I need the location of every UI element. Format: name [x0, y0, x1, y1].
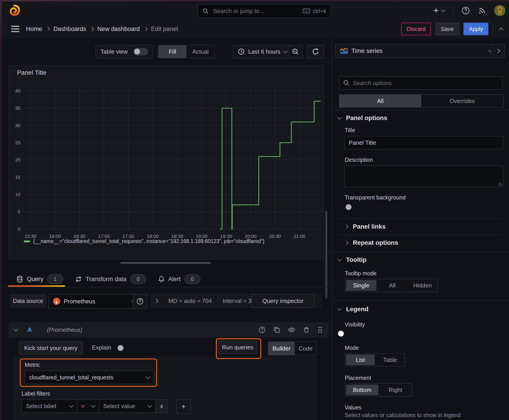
search-options-input[interactable] [339, 76, 503, 90]
tab-transform[interactable]: Transform data 0 [75, 274, 146, 284]
placement-bottom-option[interactable]: Bottom [346, 384, 378, 395]
save-button[interactable]: Save [435, 23, 459, 35]
metric-select[interactable]: cloudflared_tunnel_total_requests [25, 371, 154, 384]
grafana-logo[interactable] [8, 4, 21, 17]
tooltip-all-option[interactable]: All [377, 279, 408, 292]
svg-text:10: 10 [15, 192, 20, 197]
panel-title-input[interactable] [344, 136, 503, 150]
legend-list-option[interactable]: List [346, 354, 375, 365]
add-new-button[interactable] [433, 7, 445, 14]
all-option[interactable]: All [339, 95, 421, 107]
chevron-down-icon [441, 8, 446, 12]
window-edge-left [0, 0, 2, 420]
divider [339, 235, 502, 235]
svg-text:25: 25 [15, 140, 20, 145]
panel-resize-handle[interactable] [120, 262, 211, 264]
label-filters-label: Label filters [22, 390, 50, 397]
svg-text:17:30: 17:30 [122, 233, 134, 239]
tooltip-section-header[interactable]: Tooltip [338, 256, 366, 263]
breadcrumb-bar: Home Dashboards New dashboard Edit panel… [2, 20, 509, 39]
overrides-option[interactable]: Overrides [421, 95, 503, 107]
table-view-switch[interactable] [133, 48, 148, 55]
breadcrumb-new-dashboard[interactable]: New dashboard [97, 26, 140, 32]
query-inspector-button[interactable]: Query inspector [251, 294, 315, 308]
delete-query-icon[interactable] [303, 326, 310, 333]
select-value-dropdown[interactable]: Select value [99, 399, 156, 413]
svg-text:19:30: 19:30 [220, 233, 232, 239]
table-view-label: Table view [100, 48, 128, 55]
toggle-visibility-icon[interactable] [288, 326, 295, 333]
collapse-query-icon[interactable] [14, 327, 18, 331]
timeseries-chart: 15:3016:0016:3017:0017:3018:0018:3019:00… [9, 77, 324, 244]
run-queries-button[interactable]: Run queries [218, 341, 257, 354]
label-filters-row: Select label = Select value x [22, 399, 168, 413]
add-filter-button[interactable]: + [176, 399, 191, 414]
svg-text:21:00: 21:00 [294, 233, 305, 239]
svg-text:35: 35 [15, 105, 20, 111]
remove-filter-button[interactable]: x [155, 399, 168, 413]
menu-toggle[interactable] [11, 25, 20, 32]
legend-section-header[interactable]: Legend [338, 306, 369, 313]
zoom-out-button[interactable] [288, 45, 303, 58]
tab-query-label: Query [27, 276, 44, 283]
drag-handle-icon[interactable] [317, 326, 323, 333]
values-helper-text: Select values or calculations to show in… [345, 412, 461, 419]
chevron-down-icon [337, 306, 342, 311]
panel-links-section[interactable]: Panel links [345, 223, 386, 230]
table-view-toggle[interactable]: Table view [96, 45, 153, 58]
time-range-picker[interactable]: Last 6 hours [233, 45, 292, 58]
fill-option[interactable]: Fill [159, 45, 187, 58]
timeseries-viz-icon [340, 48, 348, 54]
breadcrumb-dashboards[interactable]: Dashboards [53, 26, 86, 32]
visualization-picker[interactable]: Time series [335, 44, 497, 58]
description-textarea[interactable] [344, 165, 503, 187]
user-avatar[interactable] [494, 5, 505, 16]
transform-icon [75, 276, 82, 283]
collapse-header-button[interactable] [498, 23, 504, 35]
main-column: Table view Fill Actual Last 6 hours Pane… [0, 38, 332, 420]
panel-preview[interactable]: Panel Title 15:3016:0016:3017:0017:3018:… [8, 65, 324, 259]
tooltip-hidden-option[interactable]: Hidden [407, 279, 438, 292]
legend-label: {__name__="cloudflared_tunnel_total_requ… [33, 238, 264, 244]
svg-text:19:00: 19:00 [196, 233, 208, 239]
legend-item[interactable]: {__name__="cloudflared_tunnel_total_requ… [24, 238, 264, 244]
legend-placement-toggle: Bottom Right [345, 383, 412, 397]
collapse-sidebar-button[interactable] [491, 44, 505, 58]
resize-notch[interactable] [497, 181, 502, 187]
duplicate-query-icon[interactable] [273, 326, 280, 333]
editor-tabs: Query 1 Transform data 0 Alert 0 [0, 271, 332, 288]
query-help-icon[interactable] [258, 326, 266, 333]
actual-option[interactable]: Actual [187, 45, 214, 58]
svg-text:20:00: 20:00 [245, 233, 257, 239]
builder-option[interactable]: Builder [268, 342, 295, 355]
kick-start-query-button[interactable]: Kick start your query [19, 341, 83, 354]
discard-button[interactable]: Discard [401, 23, 431, 35]
tooltip-single-option[interactable]: Single [346, 280, 376, 291]
select-label-dropdown[interactable]: Select label [22, 399, 77, 413]
apply-button[interactable]: Apply [463, 23, 488, 35]
news-rss-button[interactable] [478, 7, 486, 15]
all-overrides-toggle: All Overrides [339, 94, 504, 108]
panel-options-section-header[interactable]: Panel options [338, 114, 387, 122]
divider [332, 300, 509, 301]
global-search[interactable]: ctrl+k [198, 4, 331, 18]
keyboard-icon [303, 8, 310, 14]
expand-options-icon[interactable] [154, 299, 158, 303]
help-button[interactable] [461, 6, 470, 15]
code-option[interactable]: Code [295, 342, 316, 355]
tab-alert[interactable]: Alert 0 [158, 274, 201, 284]
repeat-options-section[interactable]: Repeat options [345, 239, 398, 246]
placement-right-option[interactable]: Right [379, 384, 412, 396]
datasource-help-button[interactable] [133, 294, 147, 309]
tab-query[interactable]: Query 1 [16, 274, 63, 284]
breadcrumb-home[interactable]: Home [26, 26, 42, 32]
query-row-header[interactable]: A (Prometheus) [8, 322, 328, 338]
operator-dropdown[interactable]: = [77, 399, 99, 413]
datasource-picker[interactable]: Prometheus [48, 294, 140, 309]
refresh-button[interactable] [307, 45, 324, 58]
search-input[interactable] [212, 7, 299, 15]
chevron-down-icon [337, 257, 342, 261]
breadcrumb: Home Dashboards New dashboard Edit panel [26, 26, 178, 32]
search-options-wrap [339, 76, 503, 90]
legend-table-option[interactable]: Table [376, 354, 404, 366]
